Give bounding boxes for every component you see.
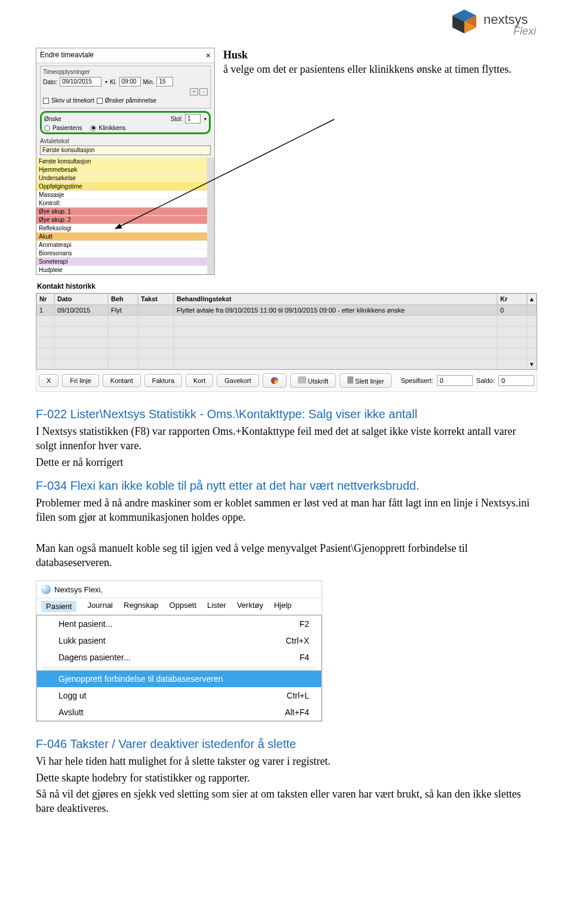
list-item[interactable]: Kontroll: — [36, 199, 207, 208]
stol-input[interactable]: 1 — [185, 114, 201, 123]
cell-takst — [138, 305, 174, 316]
col-dato: Dato — [54, 293, 108, 305]
spesifisert-value[interactable]: 0 — [437, 375, 473, 386]
scroll-up-icon[interactable]: ▴ — [527, 293, 537, 305]
list-item[interactable]: Hjemmebesøk — [36, 166, 207, 174]
klinikkens-radio[interactable] — [90, 125, 96, 131]
table-row — [36, 316, 537, 326]
dialog-title: Endre timeavtale — [40, 51, 94, 60]
timekort-checkbox[interactable] — [43, 98, 49, 104]
dd-dagens-pasienter[interactable]: Dagens pasienter... F4 — [37, 649, 321, 666]
menu-lister[interactable]: Lister — [207, 601, 226, 612]
app-icon — [41, 585, 51, 594]
cell-kr: 0 — [497, 305, 527, 316]
list-item[interactable]: Soneterapi — [36, 258, 207, 266]
menu-screenshot: Nextsys Flexi, Pasient Journal Regnskap … — [36, 580, 322, 722]
list-item[interactable]: Akutt — [36, 233, 207, 241]
kort-button[interactable]: Kort — [186, 374, 213, 387]
gavekort-button[interactable]: Gavekort — [217, 374, 259, 387]
kontakt-toolbar: X Fri linje Kontant Faktura Kort Gavekor… — [36, 370, 537, 392]
menu-oppsett[interactable]: Oppsett — [170, 601, 197, 612]
f022-heading: F-022 Lister\Nextsys Statistikk - Oms.\K… — [36, 406, 537, 422]
utskrift-button[interactable]: Utskrift — [290, 373, 336, 388]
f034-p1: Problemer med å nå andre maskiner som er… — [36, 496, 537, 525]
dd-lukk-pasient[interactable]: Lukk pasient Ctrl+X — [37, 632, 321, 649]
trash-icon — [347, 376, 353, 384]
min-label: Min. — [143, 79, 155, 85]
avtale-first-input[interactable]: Første konsultasjon — [40, 146, 211, 155]
list-item[interactable]: Undersøkelse — [36, 174, 207, 183]
col-kr: Kr — [497, 293, 527, 305]
x-button[interactable]: X — [39, 374, 58, 387]
close-icon[interactable]: × — [206, 51, 211, 60]
onske-group: Ønske Stol: 1▾ Pasientens Klinikkens — [40, 111, 211, 134]
menu-regnskap[interactable]: Regnskap — [124, 601, 159, 612]
kontakt-historikk-section: Kontakt historikk Nr Dato Beh Takst Beha… — [36, 280, 537, 392]
kontant-button[interactable]: Kontant — [103, 374, 141, 387]
min-input[interactable]: 15 — [156, 77, 173, 86]
kl-label: Kl. — [110, 79, 117, 85]
instruction-line: å velge om det er pasientens eller klini… — [223, 62, 512, 76]
menu-bar: Pasient Journal Regnskap Oppsett Lister … — [36, 598, 322, 615]
fri-linje-button[interactable]: Fri linje — [62, 374, 98, 387]
f046-p1: Vi har hele tiden hatt mulighet for å sl… — [36, 754, 537, 768]
kontakt-grid: Nr Dato Beh Takst Behandlingstekst Kr ▴ … — [36, 293, 537, 370]
pie-chart-icon — [270, 376, 279, 385]
dd-hent-pasient[interactable]: Hent pasient... F2 — [37, 616, 321, 632]
plus-button[interactable]: + — [190, 88, 198, 95]
klinikkens-label: Klinikkens — [98, 125, 125, 131]
paminnelse-checkbox[interactable] — [97, 98, 103, 104]
menu-journal[interactable]: Journal — [87, 601, 113, 612]
brand-logo: nextsys Flexi — [0, 0, 573, 44]
table-row[interactable]: 1 09/10/2015 Flyt Flyttet avtale fra 09/… — [36, 305, 537, 316]
list-item[interactable]: Massasje — [36, 191, 207, 199]
table-row: ▾ — [36, 359, 537, 369]
minus-button[interactable]: - — [199, 88, 208, 95]
kl-input[interactable]: 09:00 — [119, 77, 141, 86]
slett-button[interactable]: Slett linjer — [340, 373, 392, 388]
f046-p2: Dette skapte hodebry for statistikker og… — [36, 771, 537, 785]
list-item[interactable]: Refleksologi — [36, 224, 207, 233]
list-item[interactable]: Bioresonans — [36, 249, 207, 258]
pie-button[interactable] — [263, 373, 286, 388]
chevron-down-icon[interactable]: ▾ — [203, 116, 207, 122]
avtale-list[interactable]: Første konsultasjon Hjemmebesøk Undersøk… — [36, 157, 214, 274]
f022-p1: I Nextsys statistikken (F8) var rapporte… — [36, 424, 537, 453]
list-item[interactable]: Øye akup. 2 — [36, 216, 207, 224]
faktura-button[interactable]: Faktura — [144, 374, 182, 387]
menu-verktoy[interactable]: Verktøy — [237, 601, 263, 612]
table-row — [36, 326, 537, 337]
scroll-down-icon[interactable]: ▾ — [527, 359, 537, 369]
chevron-down-icon[interactable]: ▾ — [104, 79, 107, 85]
list-item[interactable]: Første konsultasjon — [36, 157, 207, 166]
dd-gjenopprett[interactable]: Gjenopprett forbindelse til databaseserv… — [37, 670, 321, 687]
group-time-label: Timeopplysninger — [43, 69, 208, 75]
list-item[interactable]: Hudpleie — [36, 266, 207, 274]
col-takst: Takst — [138, 293, 174, 305]
paminnelse-label: Ønsker påminnelse — [105, 97, 156, 104]
dato-label: Dato: — [43, 79, 57, 85]
list-item[interactable]: Oppfølgingstime — [36, 183, 207, 191]
menu-hjelp[interactable]: Hjelp — [274, 601, 292, 612]
list-item[interactable]: Aromaterapi — [36, 241, 207, 249]
dd-logg-ut[interactable]: Logg ut Ctrl+L — [37, 687, 321, 704]
f022-p2: Dette er nå korrigert — [36, 455, 537, 469]
cell-tekst: Flyttet avtale fra 09/10/2015 11:00 til … — [174, 305, 497, 316]
col-nr: Nr — [36, 293, 54, 305]
dato-input[interactable]: 09/10/2015 — [60, 77, 101, 86]
list-item[interactable]: Øye akup. 1 — [36, 208, 207, 216]
onske-label: Ønske — [44, 116, 61, 122]
cell-nr: 1 — [36, 305, 54, 316]
kontakt-title: Kontakt historikk — [36, 280, 537, 293]
pasientens-label: Pasientens — [53, 125, 82, 131]
saldo-value[interactable]: 0 — [498, 375, 534, 386]
saldo-label: Saldo: — [476, 377, 495, 384]
dd-avslutt[interactable]: Avslutt Alt+F4 — [37, 704, 321, 721]
f034-heading: F-034 Flexi kan ikke koble til på nytt e… — [36, 478, 537, 494]
menu-pasient[interactable]: Pasient — [41, 601, 76, 612]
pasientens-radio[interactable] — [44, 125, 50, 131]
spesifisert-label: Spesifisert: — [401, 377, 433, 384]
f034-p2: Man kan også manuelt koble seg til igjen… — [36, 541, 537, 570]
logo-sub-text: Flexi — [513, 25, 537, 37]
instruction-text: Husk å velge om det er pasientens eller … — [223, 48, 512, 275]
